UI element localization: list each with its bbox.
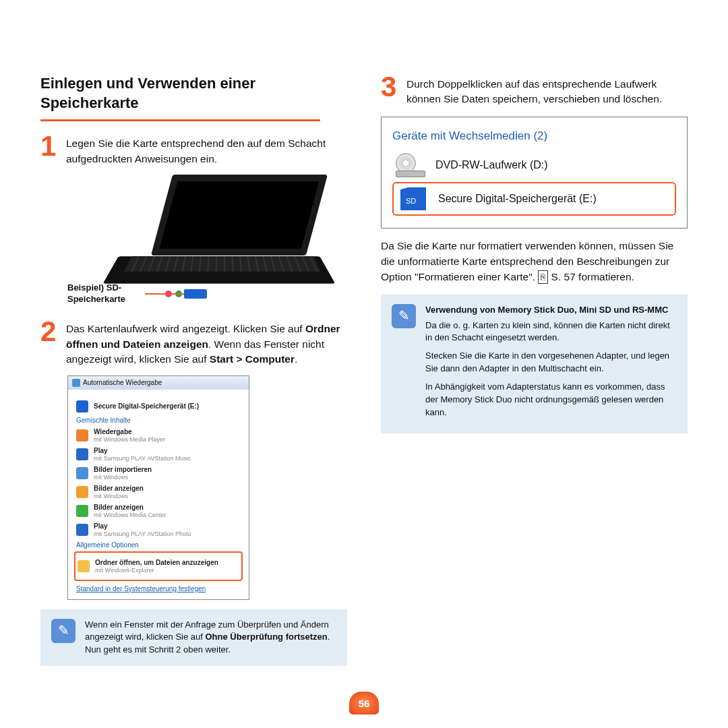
note-text: Da die o. g. Karten zu klein sind, könne… bbox=[425, 320, 677, 345]
title-underline bbox=[40, 119, 320, 121]
play-icon bbox=[76, 429, 88, 442]
step-text: Legen Sie die Karte entsprechend den auf… bbox=[66, 133, 347, 166]
section-title: Einlegen und Verwenden einer Speicherkar… bbox=[40, 74, 347, 113]
list-item[interactable]: Playmit Samsung PLAY AVStation Music bbox=[76, 447, 241, 462]
page-number-badge: 56 bbox=[349, 692, 379, 715]
dialog-titlebar: Automatische Wiedergabe bbox=[68, 376, 249, 390]
camera-icon bbox=[76, 467, 88, 479]
pencil-icon: ✎ bbox=[392, 304, 416, 328]
sd-drive-icon bbox=[398, 186, 429, 212]
section-mixed: Gemischte Inhalte bbox=[76, 417, 241, 424]
device-row: Secure Digital-Speichergerät (E:) bbox=[76, 400, 241, 413]
dvd-drive-icon bbox=[395, 152, 426, 178]
list-item[interactable]: Bilder anzeigenmit Windows Media Center bbox=[76, 504, 241, 518]
pencil-icon: ✎ bbox=[51, 619, 75, 643]
autoplay-dialog: Automatische Wiedergabe Secure Digital-S… bbox=[67, 375, 249, 600]
drive-label: DVD-RW-Laufwerk (D:) bbox=[435, 159, 548, 171]
drives-heading: Geräte mit Wechselmedien (2) bbox=[392, 129, 676, 143]
note-title: Verwendung von Memory Stick Duo, Mini SD… bbox=[425, 304, 677, 317]
autoplay-icon bbox=[72, 379, 80, 387]
sd-icon bbox=[76, 400, 88, 413]
folder-icon bbox=[78, 560, 90, 572]
list-item[interactable]: Playmit Samsung PLAY AVStation Photo bbox=[76, 522, 241, 537]
step-3: 3 Durch Doppelklicken auf das entspreche… bbox=[381, 74, 688, 107]
section-general: Allgemeine Optionen bbox=[76, 541, 241, 549]
highlighted-option[interactable]: Ordner öffnen, um Dateien anzuzeigenmit … bbox=[74, 551, 243, 581]
laptop-illustration: Beispiel) SD- Speicherkarte bbox=[40, 175, 330, 309]
callout-label: Beispiel) SD- Speicherkarte bbox=[67, 282, 125, 305]
list-item[interactable]: Bilder importierenmit Windows bbox=[76, 466, 241, 481]
step-2: 2 Das Kartenlaufwerk wird angezeigt. Kli… bbox=[40, 319, 347, 367]
play-icon bbox=[76, 524, 88, 536]
list-item[interactable]: Bilder anzeigenmit Windows bbox=[76, 485, 241, 499]
step-number: 1 bbox=[40, 133, 61, 166]
step-number: 2 bbox=[40, 319, 61, 367]
drive-row-dvd[interactable]: DVD-RW-Laufwerk (D:) bbox=[392, 148, 676, 182]
note-text: Wenn ein Fenster mit der Anfrage zum Übe… bbox=[85, 619, 336, 657]
step-1: 1 Legen Sie die Karte entsprechend den a… bbox=[40, 133, 347, 166]
note-text: In Abhängigkeit vom Adapterstatus kann e… bbox=[425, 381, 677, 419]
step-text: Durch Doppelklicken auf das entsprechend… bbox=[406, 74, 688, 107]
page-ref-icon: ⎘ bbox=[538, 270, 548, 284]
list-item[interactable]: Wiedergabemit Windows Media Player bbox=[76, 428, 241, 443]
note-text: Stecken Sie die Karte in den vorgesehene… bbox=[425, 350, 677, 375]
note-box-left: ✎ Wenn ein Fenster mit der Anfrage zum Ü… bbox=[40, 609, 347, 667]
step-number: 3 bbox=[381, 74, 401, 107]
play-icon bbox=[76, 448, 88, 460]
sd-card-icon bbox=[184, 289, 207, 299]
drive-row-sd[interactable]: Secure Digital-Speichergerät (E:) bbox=[392, 182, 676, 216]
picture-icon bbox=[76, 486, 88, 498]
controlpanel-link[interactable]: Standard in der Systemsteuerung festlege… bbox=[76, 585, 241, 593]
note-box-right: ✎ Verwendung von Memory Stick Duo, Mini … bbox=[381, 295, 688, 434]
drive-label: Secure Digital-Speichergerät (E:) bbox=[438, 193, 597, 205]
format-paragraph: Da Sie die Karte nur formatiert verwende… bbox=[381, 238, 688, 285]
drives-panel: Geräte mit Wechselmedien (2) DVD-RW-Lauf… bbox=[381, 117, 688, 229]
dialog-title: Automatische Wiedergabe bbox=[83, 379, 162, 386]
mediacenter-icon bbox=[76, 505, 88, 517]
device-label: Secure Digital-Speichergerät (E:) bbox=[94, 402, 199, 410]
step-text: Das Kartenlaufwerk wird angezeigt. Klick… bbox=[66, 319, 347, 367]
